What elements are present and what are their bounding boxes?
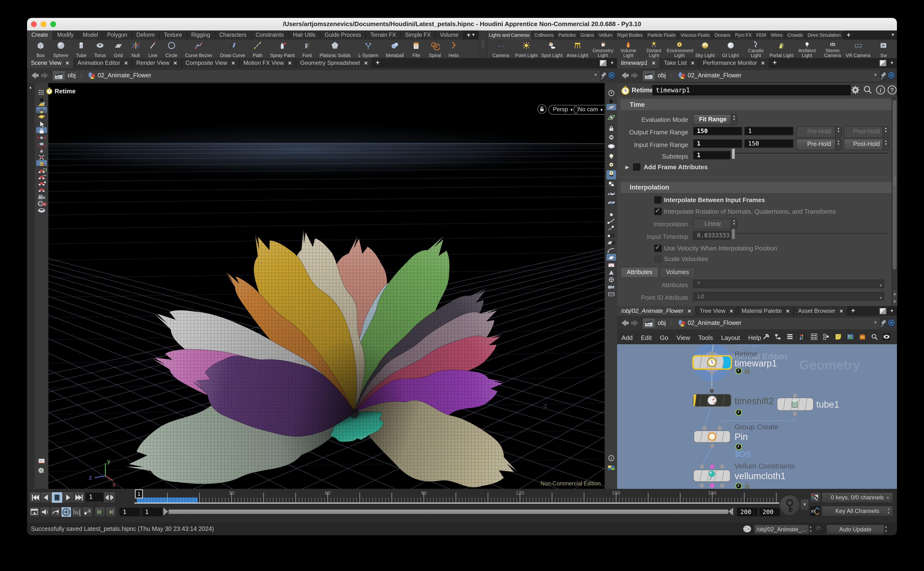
key-button[interactable] [779,495,800,516]
close-tab-icon[interactable]: ✕ [729,309,733,314]
path-root[interactable]: obj [68,72,75,79]
handles-tool-icon[interactable] [36,160,47,166]
range-slider-left-arrow[interactable] [163,508,168,515]
tool-tube[interactable]: Tube [75,41,88,58]
correct-color-icon[interactable] [606,190,616,196]
pane-tab-asset-browser[interactable]: Asset Browser✕ [794,306,848,316]
shelf-tab-particles[interactable]: Particles [556,31,579,40]
view-mode-box-icon[interactable] [36,113,47,119]
grid-view-icon[interactable] [810,333,818,341]
range-start-button[interactable] [95,507,105,517]
key-all-channels-dropdown[interactable]: Key All Channels▲▼ [822,506,893,516]
hierarchy-icon[interactable] [774,333,782,341]
shade-open-curves-icon[interactable] [606,254,616,261]
param-scale-velocities-checkbox[interactable] [654,255,662,262]
recook-icon[interactable]: ⟳ [816,525,824,533]
tool-curve-bezier[interactable]: Curve Bezier [184,41,213,58]
shelf-tab-pyro-fx[interactable]: Pyro FX [733,31,754,40]
snap-multi-icon[interactable] [36,186,47,191]
toolbar-collapse-icon[interactable] [36,96,47,100]
image-icon[interactable] [847,333,855,341]
range-slider-right-arrow[interactable] [728,508,733,515]
param-input-prehold[interactable]: Pre-Hold▲▼ [796,139,842,150]
netmenu-edit[interactable]: Edit [641,331,652,345]
param-input-timestep-field[interactable]: 0.0333333 [693,231,731,240]
shelf-tab-grains[interactable]: Grains [579,31,597,40]
param-output-posthold[interactable]: Post-Hold▲▼ [844,126,889,138]
tool-path[interactable]: Path [252,41,263,58]
pane-menu-icon[interactable]: ▼ [890,60,894,65]
flipbook-icon[interactable] [36,466,47,473]
tool-distant-light[interactable]: Distant Light [641,41,667,58]
minimize-window-button[interactable] [41,21,46,27]
tool-environment-light[interactable]: Environment Light [667,41,692,58]
forward-icon[interactable] [631,71,639,79]
path-root[interactable]: obj [658,319,666,326]
range-end-field[interactable]: 200 [736,507,758,517]
shelf-tab-wires[interactable]: Wires [768,31,785,40]
radial-menu-icon[interactable] [607,71,616,82]
param-interp-rotation-checkbox[interactable]: ✓ [654,208,662,215]
param-evaluation-mode-dropdown[interactable]: Fit Range▲▼ [693,114,738,125]
tool-volume-light[interactable]: Volume Light [616,41,641,58]
zoom-window-button[interactable] [50,21,56,27]
snapshot-icon[interactable] [606,464,616,471]
radial-menu-icon[interactable] [887,318,896,329]
close-tab-icon[interactable]: ✕ [687,309,691,314]
param-input-timestep-slider[interactable] [735,233,888,235]
tool-ambient-light[interactable]: Ambient Light [794,41,820,58]
shelf-tab-terrain-fx[interactable]: Terrain FX [366,31,400,40]
forward-icon[interactable] [631,319,639,327]
pane-split-icon[interactable] [600,60,607,66]
shelf-tab-collisions[interactable]: Collisions [532,31,556,40]
pane-tab-timewarp1[interactable]: timewarp1✕ [617,58,660,68]
channel-graph-icon[interactable] [810,506,821,516]
node-vellumcloth1[interactable] [693,470,730,481]
tool-sphere[interactable]: Sphere [52,41,69,58]
pane-tab-new-tab[interactable]: + [848,306,858,315]
move-tool-icon[interactable] [36,134,47,140]
tool-file[interactable]: File [411,41,422,58]
close-window-button[interactable] [31,21,37,27]
audio-button[interactable] [40,507,50,517]
clapperboard-icon[interactable] [643,71,655,80]
tool-sky-light[interactable]: Sky Light [692,41,718,58]
shelf-tab-characters[interactable]: Characters [215,31,251,40]
high-quality-lighting-icon[interactable]: + [606,162,616,168]
shelf-tab-guide-process[interactable]: Guide Process [320,31,366,40]
param-substeps-slider-handle[interactable] [732,148,735,159]
shelf-tab-create[interactable]: Create [27,31,53,40]
view-mode-fan-icon[interactable] [36,100,47,106]
context-path-spinner[interactable]: ▲▼ [809,525,814,533]
sim-toggle-button[interactable] [82,507,93,517]
tool-spot-light[interactable]: Spot Light [539,41,565,58]
note-icon[interactable] [835,333,842,341]
select-tool-icon[interactable] [36,120,47,126]
pin-icon[interactable] [880,71,887,82]
tool-torus[interactable]: Torus [93,41,107,58]
playbar-options-button[interactable] [29,507,40,517]
view-camera-icon[interactable] [606,283,616,290]
shelf-tab-particle-fluids[interactable]: Particle Fluids [645,31,679,40]
search-icon[interactable] [862,85,873,97]
param-input-posthold[interactable]: Post-Hold▲▼ [844,139,889,150]
tool-grid[interactable]: Grid [112,41,124,58]
context-path-dropdown[interactable]: /obj/02_Animate_... [754,525,809,534]
netmenu-help[interactable]: Help [748,331,761,345]
asset-icon[interactable] [859,333,867,341]
shelf-tab-add[interactable]: + [843,31,854,40]
rotate-tool-icon[interactable] [36,140,47,146]
netmenu-view[interactable]: View [676,331,690,345]
clapperboard-icon[interactable] [53,71,65,80]
lock-camera-icon[interactable] [606,125,616,131]
close-tab-icon[interactable]: ✕ [652,60,656,66]
tool-l-system[interactable]: L-System [357,41,379,58]
tool-portal-light[interactable]: Portal Light [769,41,795,58]
tool-gi-light[interactable]: GI Light [718,41,743,58]
pane-tab--obj-02-animate-flower[interactable]: /obj/02_Animate_Flower✕ [617,306,696,316]
path-field[interactable]: obj〉02_Animate_Flower▼ [51,69,601,82]
pane-tab-new-tab[interactable]: + [372,58,383,67]
param-substeps-field[interactable]: 1 [693,151,731,159]
headlight-icon[interactable] [606,143,616,151]
tool-spiral[interactable]: Spiral [428,41,442,58]
